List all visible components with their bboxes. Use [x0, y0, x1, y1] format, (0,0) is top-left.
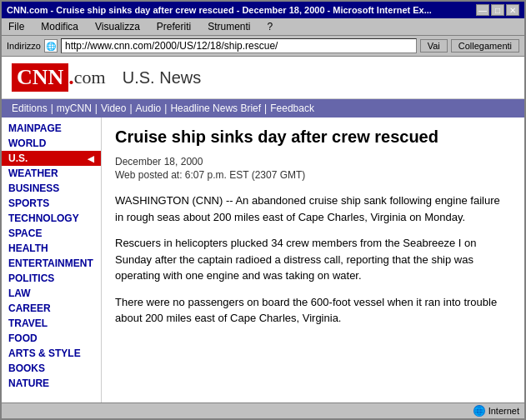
minimize-button[interactable]: —: [476, 4, 489, 16]
address-label: Indirizzo: [7, 41, 41, 51]
article-webposted: Web posted at: 6:07 p.m. EST (2307 GMT): [115, 169, 511, 181]
menu-modifica[interactable]: Modifica: [38, 20, 82, 33]
article-paragraph-3: There were no passengers on board the 60…: [115, 294, 511, 327]
sidebar-item-travel[interactable]: TRAVEL: [2, 316, 101, 331]
cnn-logo-text: CNN: [12, 63, 68, 92]
nav-sep-3: |: [129, 102, 132, 114]
menu-preferiti[interactable]: Preferiti: [153, 20, 194, 33]
sidebar-item-mainpage[interactable]: MAINPAGE: [2, 121, 101, 136]
menu-strumenti[interactable]: Strumenti: [204, 20, 253, 33]
nav-mycnn[interactable]: myCNN: [57, 102, 92, 114]
nav-sep-5: |: [264, 102, 267, 114]
sidebar-item-space[interactable]: SPACE: [2, 226, 101, 241]
browser-window: CNN.com - Cruise ship sinks day after cr…: [0, 0, 526, 420]
menu-visualizza[interactable]: Visualizza: [92, 20, 143, 33]
sidebar-item-world[interactable]: WORLD: [2, 136, 101, 151]
sidebar-item-us[interactable]: U.S.: [2, 151, 101, 166]
sidebar-item-health[interactable]: HEALTH: [2, 241, 101, 256]
sidebar-item-business[interactable]: BUSINESS: [2, 181, 101, 196]
cnn-com-text: com: [74, 67, 106, 88]
article-date: December 18, 2000: [115, 156, 511, 168]
menu-help[interactable]: ?: [264, 20, 277, 33]
cnn-logo: CNN.com: [12, 63, 106, 92]
browser-content: CNN.com U.S. News Editions | myCNN | Vid…: [2, 57, 524, 402]
nav-sep-4: |: [164, 102, 167, 114]
sidebar-item-arts[interactable]: ARTS & STYLE: [2, 346, 101, 361]
site-header: CNN.com U.S. News: [2, 57, 524, 99]
maximize-button[interactable]: □: [491, 4, 504, 16]
links-button[interactable]: Collegamenti: [451, 39, 519, 52]
nav-editions[interactable]: Editions: [12, 102, 48, 114]
nav-strip: Editions | myCNN | Video | Audio | Headl…: [2, 99, 524, 118]
close-button[interactable]: ✕: [506, 4, 519, 16]
sidebar-item-law[interactable]: LAW: [2, 286, 101, 301]
sidebar-item-nature[interactable]: NATURE: [2, 376, 101, 391]
title-bar: CNN.com - Cruise ship sinks day after cr…: [2, 2, 524, 18]
nav-feedback[interactable]: Feedback: [270, 102, 314, 114]
window-controls: — □ ✕: [476, 4, 519, 16]
internet-icon: 🌐: [473, 405, 485, 417]
status-bar: 🌐 Internet: [2, 402, 524, 418]
page-icon: 🌐: [44, 39, 58, 52]
menu-file[interactable]: File: [5, 20, 28, 33]
sidebar-item-politics[interactable]: POLITICS: [2, 271, 101, 286]
article-title: Cruise ship sinks day after crew rescued: [115, 126, 511, 148]
nav-audio[interactable]: Audio: [136, 102, 162, 114]
sidebar-item-sports[interactable]: SPORTS: [2, 196, 101, 211]
sidebar-item-entertainment[interactable]: ENTERTAINMENT: [2, 256, 101, 271]
address-bar: Indirizzo 🌐 Vai Collegamenti: [2, 36, 524, 57]
nav-sep-1: |: [51, 102, 53, 114]
nav-video[interactable]: Video: [101, 102, 126, 114]
main-layout: MAINPAGE WORLD U.S. WEATHER BUSINESS SPO…: [2, 118, 524, 402]
nav-headline-news[interactable]: Headline News Brief: [170, 102, 261, 114]
sidebar-item-career[interactable]: CAREER: [2, 301, 101, 316]
article-content: Cruise ship sinks day after crew rescued…: [102, 118, 524, 402]
article-paragraph-2: Rescuers in helicopters plucked 34 crew …: [115, 235, 511, 284]
status-internet: 🌐 Internet: [473, 405, 519, 417]
nav-sep-2: |: [95, 102, 98, 114]
sidebar-item-weather[interactable]: WEATHER: [2, 166, 101, 181]
window-title: CNN.com - Cruise ship sinks day after cr…: [7, 5, 432, 15]
menu-bar: File Modifica Visualizza Preferiti Strum…: [2, 18, 524, 36]
article-body: WASHINGTON (CNN) -- An abandoned cruise …: [115, 192, 511, 327]
sidebar-item-technology[interactable]: TECHNOLOGY: [2, 211, 101, 226]
sidebar: MAINPAGE WORLD U.S. WEATHER BUSINESS SPO…: [2, 118, 102, 402]
article-paragraph-1: WASHINGTON (CNN) -- An abandoned cruise …: [115, 192, 511, 225]
sidebar-item-food[interactable]: FOOD: [2, 331, 101, 346]
address-input[interactable]: [61, 38, 417, 53]
site-section-title: U.S. News: [123, 68, 201, 88]
go-button[interactable]: Vai: [420, 39, 448, 52]
sidebar-item-books[interactable]: BOOKS: [2, 361, 101, 376]
status-zone: Internet: [488, 406, 519, 416]
